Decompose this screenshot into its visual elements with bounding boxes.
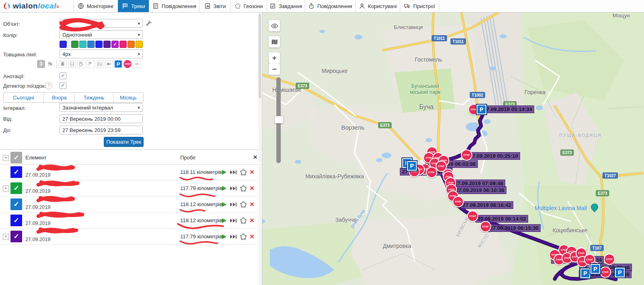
color-swatch[interactable]: [79, 41, 86, 48]
color-mode-value: Однотонний: [62, 32, 92, 38]
show-track-button[interactable]: Показати Трек: [104, 137, 144, 147]
tab-globe[interactable]: Моніторинг: [73, 0, 118, 12]
wrench-icon[interactable]: [145, 20, 152, 27]
delete-track-button[interactable]: ✕: [249, 217, 255, 224]
flag-icon[interactable]: [86, 60, 95, 68]
to-date-input[interactable]: 27 Вересень 2019 23:59: [60, 126, 143, 134]
object-select[interactable]: ▾: [60, 19, 143, 28]
tab-geofence[interactable]: Геозони: [230, 0, 267, 12]
geofence-from-track-button[interactable]: [240, 233, 247, 240]
range-button[interactable]: Вчора: [44, 93, 75, 102]
row-checkbox[interactable]: ✓: [10, 231, 22, 242]
tab-tasks[interactable]: Завдання: [267, 0, 305, 12]
tab-users[interactable]: Користувачі: [355, 0, 400, 12]
expand-all-button[interactable]: +: [3, 155, 9, 161]
stop-marker-icon[interactable]: STOP: [467, 211, 478, 222]
play-track-button[interactable]: [221, 169, 227, 175]
fast-forward-button[interactable]: [229, 186, 237, 191]
counter-3-icon[interactable]: 3: [37, 60, 45, 68]
color-swatch[interactable]: [71, 41, 78, 48]
tab-notifications[interactable]: Повідомлення: [305, 0, 355, 12]
color-mode-select[interactable]: Однотонний▾: [60, 30, 143, 39]
annotations-checkbox[interactable]: ✓: [60, 72, 66, 79]
color-swatch[interactable]: [103, 41, 111, 48]
color-swatch[interactable]: [119, 41, 127, 48]
stop-marker-icon[interactable]: STOP: [480, 221, 491, 232]
gas-station-icon[interactable]: [77, 60, 85, 68]
tab-label: Повідомлення: [162, 3, 196, 9]
delete-track-button[interactable]: ✕: [249, 169, 255, 176]
stop-marker-icon[interactable]: STOP: [604, 254, 615, 265]
play-track-button[interactable]: [221, 186, 227, 191]
fast-forward-button[interactable]: [229, 234, 237, 240]
play-track-button[interactable]: [221, 202, 227, 207]
zoom-slider[interactable]: [276, 77, 281, 163]
trip-detector-checkbox[interactable]: ✓: [60, 82, 66, 89]
play-track-button[interactable]: [221, 234, 227, 240]
fast-forward-button[interactable]: [229, 202, 237, 207]
geofence-from-track-button[interactable]: [240, 217, 247, 224]
tab-report[interactable]: Звіти: [200, 0, 230, 12]
app-logo[interactable]: wialonlocal˃: [0, 0, 73, 12]
parking-marker-icon[interactable]: P: [591, 264, 600, 274]
row-checkbox[interactable]: ✓: [10, 215, 22, 226]
stop-marker-icon[interactable]: STOP: [426, 167, 437, 178]
fast-forward-button[interactable]: [229, 169, 237, 175]
parking-marker-icon[interactable]: P: [580, 268, 590, 278]
play-track-button[interactable]: [221, 218, 227, 223]
parking-marker-icon[interactable]: P: [477, 105, 486, 114]
from-date-input[interactable]: 27 Вересень 2019 00:00: [60, 114, 143, 123]
fuel-icon[interactable]: [59, 60, 67, 68]
help-icon[interactable]: ?: [45, 82, 52, 89]
tab-flag-track[interactable]: Треки: [118, 0, 149, 12]
events-icon[interactable]: [68, 60, 76, 68]
color-swatch[interactable]: [87, 41, 95, 48]
color-swatch[interactable]: [128, 41, 135, 48]
map-layers-button[interactable]: [269, 36, 280, 48]
range-button[interactable]: Місяць: [113, 93, 143, 102]
interval-select[interactable]: Зазначений інтервал▾: [60, 103, 143, 112]
fast-forward-button[interactable]: [229, 218, 237, 223]
visibility-eye-button[interactable]: [269, 20, 280, 31]
delete-track-button[interactable]: ✕: [249, 201, 255, 208]
color-swatch-selected[interactable]: ✓: [111, 41, 119, 48]
photo-icon[interactable]: [96, 60, 104, 68]
row-checkbox[interactable]: ✓: [10, 182, 22, 194]
zoom-out-button[interactable]: −: [269, 64, 280, 75]
delete-track-button[interactable]: ✕: [249, 233, 255, 240]
delete-track-button[interactable]: ✕: [249, 185, 255, 192]
delete-all-button[interactable]: ✕: [253, 154, 257, 160]
expand-row-button[interactable]: +: [3, 234, 9, 240]
geofence-from-track-button[interactable]: [240, 201, 247, 208]
video-icon[interactable]: [105, 60, 113, 68]
stop-marker-icon[interactable]: STOP: [461, 149, 472, 161]
range-button[interactable]: Сьогодні: [4, 93, 44, 102]
tab-devices[interactable]: Пристрої: [400, 0, 439, 12]
parking-marker-icon[interactable]: P: [407, 161, 417, 171]
row-checkbox[interactable]: ✓: [10, 198, 22, 210]
geofence-from-track-button[interactable]: [240, 169, 247, 176]
row-actions: ✕: [221, 169, 255, 176]
zoom-in-button[interactable]: +: [269, 52, 280, 64]
flags-icon[interactable]: [46, 60, 54, 68]
select-all-checkbox[interactable]: ✓: [10, 152, 22, 163]
color-swatch[interactable]: [60, 41, 67, 48]
stop-marker-icon[interactable]: STOP: [600, 266, 611, 278]
color-swatch[interactable]: [136, 41, 143, 48]
track-settings-panel: Об'єкт: ▾ Колір: Однотонний▾ ✓ Товщина л…: [0, 12, 262, 285]
arrow-icon[interactable]: [133, 60, 141, 68]
stop-icon[interactable]: STOP: [123, 60, 132, 68]
row-checkbox[interactable]: ✓: [10, 166, 22, 178]
parking-marker-icon[interactable]: P: [615, 268, 625, 277]
geofence-from-track-button[interactable]: [240, 185, 247, 192]
parking-icon[interactable]: P: [114, 60, 122, 68]
line-width-select[interactable]: 4px▾: [60, 50, 143, 58]
stop-marker-icon[interactable]: STOP: [453, 196, 464, 207]
zoom-slider-thumb[interactable]: [274, 116, 284, 124]
color-swatch[interactable]: [95, 41, 103, 48]
range-button[interactable]: Тиждень: [75, 93, 113, 102]
tab-messages[interactable]: Повідомлення: [149, 0, 200, 12]
map-area[interactable]: МощунБлиставицяГостомельМироцькеНемішаєв…: [262, 12, 644, 285]
panel-scrollbar[interactable]: [258, 12, 261, 285]
expand-row-button[interactable]: +: [3, 186, 9, 192]
